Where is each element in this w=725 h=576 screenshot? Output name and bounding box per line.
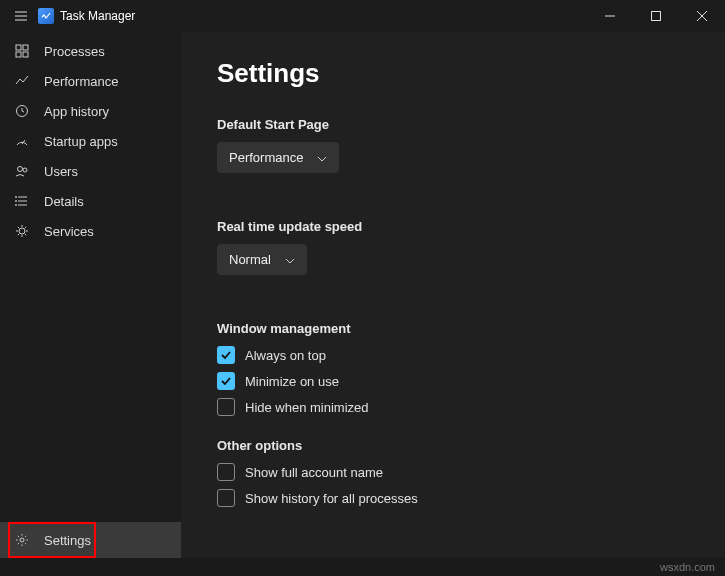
sidebar-item-label: Users	[44, 164, 78, 179]
chevron-down-icon	[317, 150, 327, 165]
chevron-down-icon	[285, 252, 295, 267]
svg-point-19	[16, 201, 17, 202]
svg-rect-8	[23, 45, 28, 50]
svg-point-22	[20, 538, 24, 542]
sidebar: Processes Performance App history Startu…	[0, 32, 181, 558]
close-button[interactable]	[679, 0, 725, 32]
default-start-dropdown[interactable]: Performance	[217, 142, 339, 173]
dropdown-value: Normal	[229, 252, 271, 267]
svg-rect-7	[16, 45, 21, 50]
checkbox-icon	[217, 489, 235, 507]
checkbox-minimize-on-use[interactable]: Minimize on use	[217, 372, 689, 390]
chart-icon	[14, 73, 30, 89]
page-title: Settings	[217, 58, 689, 89]
svg-point-14	[23, 168, 27, 172]
sidebar-item-performance[interactable]: Performance	[0, 66, 181, 96]
checkbox-label: Show full account name	[245, 465, 383, 480]
gear-icon	[14, 532, 30, 548]
minimize-button[interactable]	[587, 0, 633, 32]
checkbox-label: Show history for all processes	[245, 491, 418, 506]
sidebar-item-app-history[interactable]: App history	[0, 96, 181, 126]
sidebar-item-label: Details	[44, 194, 84, 209]
titlebar: Task Manager	[0, 0, 725, 32]
sidebar-item-label: Startup apps	[44, 134, 118, 149]
checkbox-label: Hide when minimized	[245, 400, 369, 415]
history-icon	[14, 103, 30, 119]
checkbox-hide-when-minimized[interactable]: Hide when minimized	[217, 398, 689, 416]
checkbox-icon	[217, 346, 235, 364]
svg-point-20	[16, 205, 17, 206]
sidebar-item-label: Services	[44, 224, 94, 239]
content-area: Settings Default Start Page Performance …	[181, 32, 725, 558]
dropdown-value: Performance	[229, 150, 303, 165]
sidebar-item-label: App history	[44, 104, 109, 119]
svg-point-21	[19, 228, 25, 234]
update-speed-label: Real time update speed	[217, 219, 689, 234]
checkbox-always-on-top[interactable]: Always on top	[217, 346, 689, 364]
app-icon	[38, 8, 54, 24]
list-icon	[14, 193, 30, 209]
svg-point-13	[18, 167, 23, 172]
checkbox-show-history-all-processes[interactable]: Show history for all processes	[217, 489, 689, 507]
sidebar-item-services[interactable]: Services	[0, 216, 181, 246]
svg-rect-10	[23, 52, 28, 57]
titlebar-left: Task Manager	[10, 5, 135, 27]
services-icon	[14, 223, 30, 239]
update-speed-dropdown[interactable]: Normal	[217, 244, 307, 275]
svg-point-18	[16, 197, 17, 198]
sidebar-item-label: Performance	[44, 74, 118, 89]
watermark: wsxdn.com	[660, 558, 715, 576]
sidebar-item-users[interactable]: Users	[0, 156, 181, 186]
sidebar-item-startup-apps[interactable]: Startup apps	[0, 126, 181, 156]
grid-icon	[14, 43, 30, 59]
app-title: Task Manager	[60, 9, 135, 23]
checkbox-icon	[217, 398, 235, 416]
sidebar-item-label: Processes	[44, 44, 105, 59]
sidebar-item-label: Settings	[44, 533, 91, 548]
sidebar-item-processes[interactable]: Processes	[0, 36, 181, 66]
users-icon	[14, 163, 30, 179]
window-mgmt-label: Window management	[217, 321, 689, 336]
checkbox-show-full-account-name[interactable]: Show full account name	[217, 463, 689, 481]
hamburger-menu-button[interactable]	[10, 5, 32, 27]
sidebar-item-details[interactable]: Details	[0, 186, 181, 216]
default-start-label: Default Start Page	[217, 117, 689, 132]
maximize-button[interactable]	[633, 0, 679, 32]
checkbox-label: Minimize on use	[245, 374, 339, 389]
speedometer-icon	[14, 133, 30, 149]
svg-rect-9	[16, 52, 21, 57]
checkbox-icon	[217, 463, 235, 481]
sidebar-item-settings[interactable]: Settings	[0, 522, 181, 558]
checkbox-label: Always on top	[245, 348, 326, 363]
checkbox-icon	[217, 372, 235, 390]
svg-rect-4	[652, 12, 661, 21]
other-options-label: Other options	[217, 438, 689, 453]
window-controls	[587, 0, 725, 32]
